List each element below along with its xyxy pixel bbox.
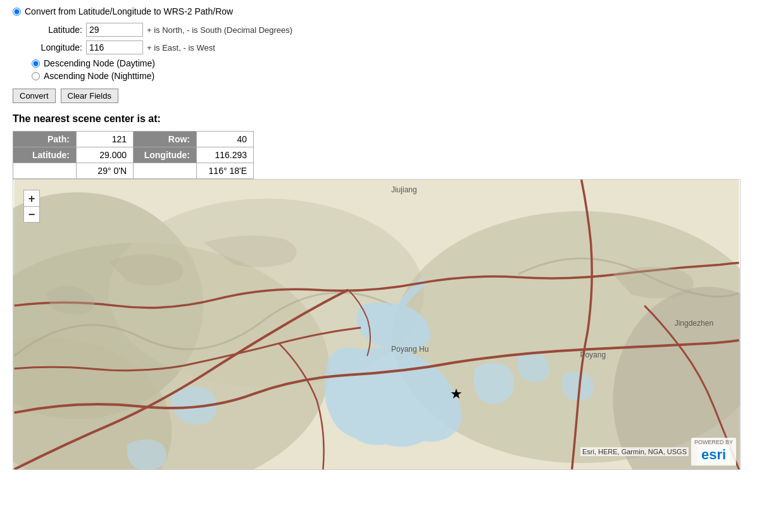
lat-label: Latitude: bbox=[13, 147, 77, 163]
descending-node-label: Descending Node (Daytime) bbox=[44, 58, 155, 68]
map-zoom-controls: + − bbox=[23, 190, 40, 223]
lon-label: Longitude: bbox=[134, 147, 197, 163]
powered-by-label: POWERED BY bbox=[694, 439, 733, 445]
empty-cell-2 bbox=[134, 163, 197, 179]
map-container: + − Jiujiang Jingdezhen Poyang Hu Poyang… bbox=[13, 179, 741, 470]
ascending-node-label: Ascending Node (Nighttime) bbox=[44, 71, 154, 81]
jiujiang-label: Jiujiang bbox=[391, 185, 417, 194]
path-label: Path: bbox=[13, 132, 77, 147]
convert-radio[interactable] bbox=[13, 8, 21, 16]
latitude-input[interactable] bbox=[86, 23, 143, 37]
poyang-label: Poyang bbox=[580, 350, 606, 359]
zoom-in-button[interactable]: + bbox=[23, 190, 40, 206]
zoom-out-button[interactable]: − bbox=[23, 206, 40, 223]
empty-cell-1 bbox=[13, 163, 77, 179]
descending-node-radio[interactable] bbox=[32, 59, 40, 68]
path-value: 121 bbox=[77, 132, 134, 147]
esri-logo: esri bbox=[698, 445, 730, 464]
lat-dms: 29° 0'N bbox=[77, 163, 134, 179]
poyang-hu-label: Poyang Hu bbox=[391, 345, 429, 354]
row-label: Row: bbox=[134, 132, 197, 147]
longitude-hint: + is East, - is West bbox=[147, 43, 215, 53]
latitude-hint: + is North, - is South (Decimal Degrees) bbox=[147, 25, 292, 35]
ascending-node-radio[interactable] bbox=[32, 72, 40, 80]
map-marker: ★ bbox=[450, 386, 463, 402]
radio-title-label: Convert from Latitude/Longitude to WRS-2… bbox=[25, 6, 233, 16]
longitude-label: Longitude: bbox=[32, 42, 82, 53]
jingdezhen-label: Jingdezhen bbox=[675, 319, 713, 328]
lon-value: 116.293 bbox=[197, 147, 254, 163]
clear-fields-button[interactable]: Clear Fields bbox=[61, 89, 118, 103]
latitude-label: Latitude: bbox=[32, 25, 82, 35]
result-table: Path: 121 Row: 40 Latitude: 29.000 Longi… bbox=[13, 131, 254, 179]
result-title: The nearest scene center is at: bbox=[13, 113, 744, 125]
lon-dms: 116° 18'E bbox=[197, 163, 254, 179]
lat-value: 29.000 bbox=[77, 147, 134, 163]
longitude-input[interactable] bbox=[86, 40, 143, 54]
row-value: 40 bbox=[197, 132, 254, 147]
map-attribution: Esri, HERE, Garmin, NGA, USGS POWERED BY… bbox=[580, 438, 736, 466]
convert-button[interactable]: Convert bbox=[13, 89, 56, 103]
attribution-text: Esri, HERE, Garmin, NGA, USGS bbox=[580, 447, 689, 456]
